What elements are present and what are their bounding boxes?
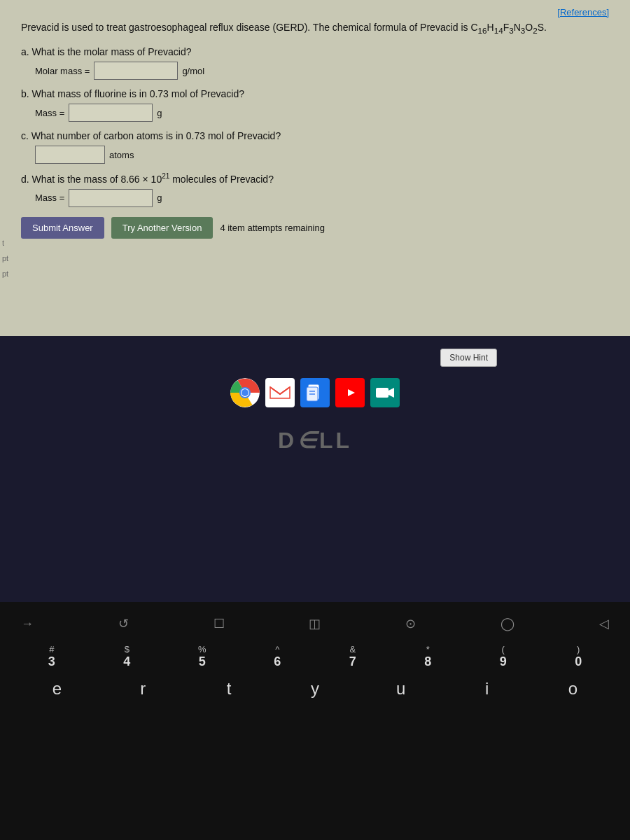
question-d-label: d. What is the mass of 8.66 × 1021 molec… <box>21 172 609 185</box>
dell-logo: D∈LL <box>278 427 352 454</box>
question-b: b. What mass of fluorine is in 0.73 mol … <box>21 88 609 122</box>
svg-point-3 <box>241 389 248 396</box>
back-key[interactable]: ◁ <box>599 616 609 631</box>
submit-answer-button[interactable]: Submit Answer <box>21 217 104 239</box>
question-a-unit: g/mol <box>182 66 204 76</box>
question-b-field-label: Mass = <box>35 108 64 118</box>
question-b-unit: g <box>157 108 162 118</box>
brightness-key[interactable]: ⊙ <box>405 616 416 631</box>
split-window-key[interactable]: ◫ <box>309 616 321 631</box>
molecules-mass-input[interactable] <box>69 189 153 207</box>
files-icon[interactable] <box>300 378 330 407</box>
fluorine-mass-input[interactable] <box>69 104 153 122</box>
question-d-unit: g <box>157 192 162 203</box>
key-0-symbol: ) <box>577 644 580 654</box>
key-0-number: 0 <box>575 654 582 669</box>
key-i[interactable]: i <box>463 679 512 699</box>
key-4-symbol: $ <box>125 644 130 654</box>
carbon-atoms-input[interactable] <box>35 146 105 164</box>
keyboard-area: → ↺ ☐ ◫ ⊙ ◯ ◁ # 3 $ 4 % 5 ^ 6 <box>0 602 630 840</box>
question-a-label: a. What is the molar mass of Prevacid? <box>21 46 609 57</box>
question-a-field-label: Molar mass = <box>35 66 90 76</box>
attempts-remaining: 4 item attempts remaining <box>220 223 325 233</box>
taskbar <box>230 378 400 407</box>
key-8-number: 8 <box>424 654 431 669</box>
refresh-key[interactable]: ↺ <box>118 616 129 631</box>
intro-text: Prevacid is used to treat gastroesophage… <box>21 20 609 36</box>
key-9-number: 9 <box>500 654 507 669</box>
key-t[interactable]: t <box>204 679 253 699</box>
question-d-field-label: Mass = <box>35 192 64 203</box>
key-5[interactable]: % 5 <box>178 644 227 669</box>
question-c-unit: atoms <box>109 150 134 160</box>
function-row: → ↺ ☐ ◫ ⊙ ◯ ◁ <box>0 602 630 638</box>
key-3-number: 3 <box>48 654 55 669</box>
content-area: t pt pt [References] Prevacid is used to… <box>0 0 630 336</box>
key-8-symbol: * <box>426 644 430 654</box>
question-c-label: c. What number of carbon atoms is in 0.7… <box>21 130 609 141</box>
key-7-symbol: & <box>349 644 356 654</box>
key-6[interactable]: ^ 6 <box>253 644 302 669</box>
svg-rect-12 <box>376 388 388 398</box>
question-a: a. What is the molar mass of Prevacid? M… <box>21 46 609 80</box>
key-3-symbol: # <box>49 644 54 654</box>
question-b-label: b. What mass of fluorine is in 0.73 mol … <box>21 88 609 99</box>
laptop-area: Show Hint <box>0 336 630 840</box>
key-o[interactable]: o <box>548 679 597 699</box>
key-3[interactable]: # 3 <box>27 644 76 669</box>
key-4-number: 4 <box>123 654 130 669</box>
key-6-number: 6 <box>274 654 281 669</box>
key-u[interactable]: u <box>377 679 426 699</box>
number-row: # 3 $ 4 % 5 ^ 6 & 7 * 8 <box>0 638 630 675</box>
key-5-symbol: % <box>198 644 206 654</box>
buttons-row: Submit Answer Try Another Version 4 item… <box>21 217 609 239</box>
key-r[interactable]: r <box>118 679 167 699</box>
key-6-symbol: ^ <box>275 644 279 654</box>
meet-icon[interactable] <box>370 378 400 407</box>
window-key[interactable]: ☐ <box>214 616 225 631</box>
side-label-pt2: pt <box>0 269 10 279</box>
try-another-version-button[interactable]: Try Another Version <box>111 217 214 239</box>
key-9-symbol: ( <box>502 644 505 654</box>
key-9[interactable]: ( 9 <box>479 644 528 669</box>
key-8[interactable]: * 8 <box>403 644 452 669</box>
show-hint-button[interactable]: Show Hint <box>440 349 497 367</box>
letter-row: e r t y u i o <box>0 675 630 699</box>
references-link[interactable]: [References] <box>21 7 609 18</box>
key-y[interactable]: y <box>290 679 340 699</box>
molar-mass-input[interactable] <box>94 62 178 80</box>
key-7-number: 7 <box>349 654 356 669</box>
chrome-icon[interactable] <box>230 378 260 407</box>
key-e[interactable]: e <box>32 679 81 699</box>
key-0[interactable]: ) 0 <box>554 644 603 669</box>
question-c: c. What number of carbon atoms is in 0.7… <box>21 130 609 164</box>
gmail-icon[interactable] <box>265 378 295 407</box>
key-5-number: 5 <box>199 654 206 669</box>
side-label-t: t <box>0 238 10 248</box>
arrow-right-key[interactable]: → <box>21 617 34 631</box>
key-7[interactable]: & 7 <box>328 644 377 669</box>
circle-key[interactable]: ◯ <box>500 616 514 631</box>
side-label-pt1: pt <box>0 253 10 263</box>
show-hint-area: Show Hint <box>440 349 497 367</box>
key-4[interactable]: $ 4 <box>102 644 151 669</box>
question-d: d. What is the mass of 8.66 × 1021 molec… <box>21 172 609 207</box>
youtube-icon[interactable] <box>335 378 365 407</box>
